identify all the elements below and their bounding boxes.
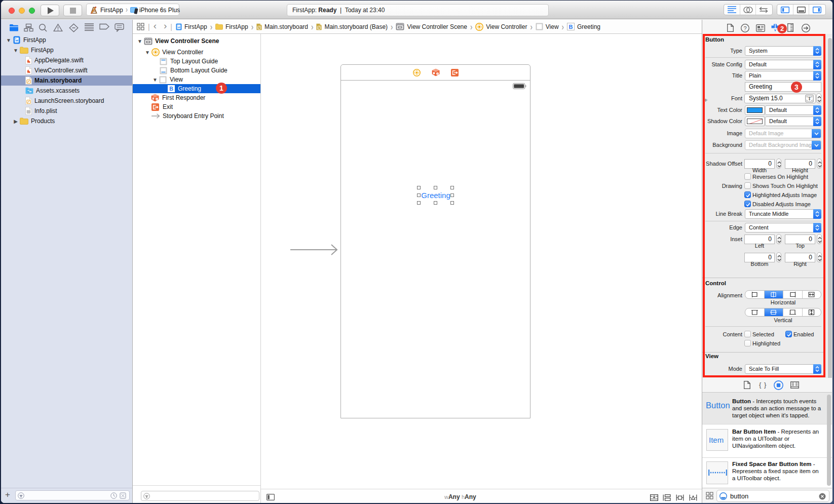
svg-text:B: B: [169, 86, 173, 92]
svg-text:0: 0: [153, 98, 154, 100]
svg-text:?: ?: [743, 25, 746, 31]
svg-text:B: B: [568, 24, 573, 30]
